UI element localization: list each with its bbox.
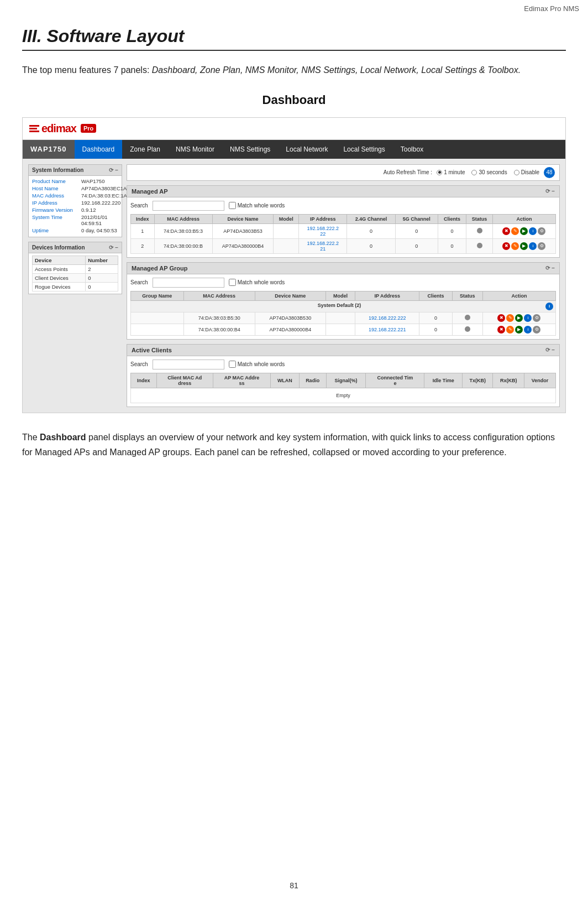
logo-lines-icon xyxy=(29,125,39,132)
collapse-icon-3[interactable]: − xyxy=(552,188,555,195)
ap-ip-link-2[interactable]: 192.168.222.221 xyxy=(307,241,339,252)
search-label-3: Search xyxy=(130,361,148,367)
table-row: 1 74:DA:38:03:B5:3 AP74DA3803B53 192.168… xyxy=(131,223,556,238)
grp-ip-1: 192.168.222.222 xyxy=(355,312,419,324)
grp-icon-blue-2[interactable]: i xyxy=(524,326,532,334)
system-info-body: Product Name WAP1750 Host Name AP74DA380… xyxy=(29,176,122,237)
managed-ap-group-search-input[interactable] xyxy=(153,278,224,288)
match-whole-words-checkbox-2[interactable] xyxy=(229,279,236,286)
empty-message: Empty xyxy=(131,388,556,403)
managed-ap-title: Managed AP xyxy=(132,188,168,195)
action-icon-gray-2[interactable]: ⚙ xyxy=(538,242,545,250)
devices-table: Device Number Access Points 2 xyxy=(32,256,118,291)
refresh-icon-4[interactable]: ⟳ xyxy=(545,265,550,272)
ac-col-wlan: WLAN xyxy=(271,373,300,388)
grp-icon-green-1[interactable]: ▶ xyxy=(515,314,523,322)
grp-icon-gray-2[interactable]: ⚙ xyxy=(533,326,540,334)
action-icon-orange-2[interactable]: ✎ xyxy=(511,242,519,250)
grp-icon-green-2[interactable]: ▶ xyxy=(515,326,523,334)
col-mac: MAC Address xyxy=(154,214,212,223)
active-clients-table: Index Client MAC Address AP MAC Address … xyxy=(130,373,556,403)
action-icon-green-2[interactable]: ▶ xyxy=(520,242,528,250)
table-row: Rogue Devices 0 xyxy=(33,282,118,291)
col-clients: Clients xyxy=(438,214,466,223)
match-whole-words-text: Match whole words xyxy=(238,202,285,209)
collapse-icon-2[interactable]: − xyxy=(115,244,118,251)
match-whole-words-checkbox-3[interactable] xyxy=(229,361,236,368)
group-blue-icon[interactable]: i xyxy=(545,303,553,310)
nav-item-zone-plan[interactable]: Zone Plan xyxy=(122,140,168,159)
ap-clients-1: 0 xyxy=(438,223,466,238)
match-whole-words-label-3[interactable]: Match whole words xyxy=(229,361,285,368)
refresh-30sec[interactable]: 30 seconds xyxy=(471,169,507,175)
action-icon-red-2[interactable]: ✖ xyxy=(502,242,510,250)
search-label-2: Search xyxy=(130,279,148,285)
nav-item-nms-settings[interactable]: NMS Settings xyxy=(222,140,278,159)
grp-status-2 xyxy=(452,324,482,335)
refresh-icon-3[interactable]: ⟳ xyxy=(545,188,550,195)
table-row: 74:DA:38:03:B5:30 AP74DA3803B530 192.168… xyxy=(131,312,556,324)
collapse-icon-4[interactable]: − xyxy=(552,265,555,272)
collapse-icon[interactable]: − xyxy=(115,167,118,173)
ac-col-radio: Radio xyxy=(299,373,326,388)
active-clients-header: Active Clients ⟳ − xyxy=(127,345,559,356)
nav-item-toolbox[interactable]: Toolbox xyxy=(393,140,431,159)
ap-ip-1: 192.168.222.222 xyxy=(299,223,347,238)
match-whole-words-text-2: Match whole words xyxy=(238,279,285,285)
grp-icon-blue-1[interactable]: i xyxy=(524,314,532,322)
grp-ip-link-1[interactable]: 192.168.222.222 xyxy=(369,315,406,321)
nav-item-dashboard[interactable]: Dashboard xyxy=(75,140,123,159)
ap-model-2 xyxy=(274,238,299,253)
devices-info-header: Devices Information ⟳ − xyxy=(29,242,122,253)
managed-ap-panel: Managed AP ⟳ − Search Match whole xyxy=(127,185,560,258)
nav-item-local-settings[interactable]: Local Settings xyxy=(335,140,392,159)
device-rogue-count: 0 xyxy=(86,282,118,291)
action-icon-red-1[interactable]: ✖ xyxy=(502,227,510,235)
grp-icon-gray-1[interactable]: ⚙ xyxy=(533,314,540,322)
grp-ip-link-2[interactable]: 192.168.222.221 xyxy=(369,327,406,332)
action-icon-blue-1[interactable]: i xyxy=(529,227,537,235)
refresh-icon[interactable]: ⟳ xyxy=(109,167,113,173)
system-info-title: System Information xyxy=(32,167,83,173)
refresh-radio-group: 1 minute 30 seconds Disable xyxy=(437,169,539,175)
col-model: Model xyxy=(274,214,299,223)
match-whole-words-label-2[interactable]: Match whole words xyxy=(229,279,285,286)
ap-ip-link-1[interactable]: 192.168.222.222 xyxy=(307,226,339,237)
ap-status-2 xyxy=(466,238,493,253)
match-whole-words-checkbox[interactable] xyxy=(229,202,236,209)
ap-name-1: AP74DA3803B53 xyxy=(212,223,274,238)
match-whole-words-label[interactable]: Match whole words xyxy=(229,202,285,209)
collapse-icon-5[interactable]: − xyxy=(552,347,555,353)
grp-col-model: Model xyxy=(326,291,355,300)
refresh-1min[interactable]: 1 minute xyxy=(437,169,465,175)
active-clients-body: Search Match whole words Index xyxy=(127,356,559,407)
group-name-row: System Default (2) i xyxy=(131,300,556,312)
managed-ap-group-header: Managed AP Group ⟳ − xyxy=(127,263,559,274)
managed-ap-search-row: Search Match whole words xyxy=(130,201,556,211)
refresh-icon-5[interactable]: ⟳ xyxy=(545,347,550,353)
refresh-icon-2[interactable]: ⟳ xyxy=(109,244,113,251)
nav-item-nms-monitor[interactable]: NMS Monitor xyxy=(168,140,222,159)
action-icon-orange-1[interactable]: ✎ xyxy=(511,227,519,235)
group-action-icon[interactable]: i xyxy=(545,303,553,310)
description-paragraph: The Dashboard panel displays an overview… xyxy=(22,430,566,460)
action-icon-blue-2[interactable]: i xyxy=(529,242,537,250)
grp-icon-red-2[interactable]: ✖ xyxy=(497,326,505,334)
action-icon-green-1[interactable]: ▶ xyxy=(520,227,528,235)
ap-ip-2: 192.168.222.221 xyxy=(299,238,347,253)
managed-ap-table: Index MAC Address Device Name Model IP A… xyxy=(130,214,556,254)
grp-icon-red-1[interactable]: ✖ xyxy=(497,314,505,322)
ac-col-signal: Signal(%) xyxy=(326,373,366,388)
active-clients-search-input[interactable] xyxy=(153,360,224,369)
ap-mac-2: 74:DA:38:00:00:B xyxy=(154,238,212,253)
col-5g: 5G Channel xyxy=(395,214,438,223)
grp-icon-orange-1[interactable]: ✎ xyxy=(506,314,514,322)
nav-item-local-network[interactable]: Local Network xyxy=(278,140,335,159)
grp-icon-orange-2[interactable]: ✎ xyxy=(506,326,514,334)
ac-col-index: Index xyxy=(131,373,157,388)
refresh-disable[interactable]: Disable xyxy=(514,169,539,175)
grp-ip-2: 192.168.222.221 xyxy=(355,324,419,335)
managed-ap-search-input[interactable] xyxy=(153,201,224,211)
action-icon-gray-1[interactable]: ⚙ xyxy=(538,227,545,235)
managed-ap-group-table: Group Name MAC Address Device Name Model… xyxy=(130,291,556,336)
